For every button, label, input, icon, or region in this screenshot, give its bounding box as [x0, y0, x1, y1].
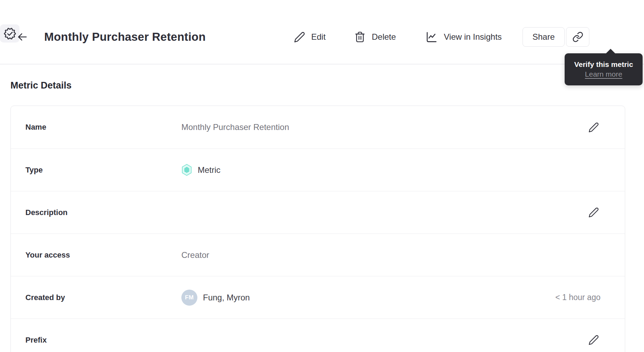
edit-description-button[interactable]: [587, 206, 600, 220]
share-button-label: Share: [532, 32, 555, 42]
line-chart-icon: [425, 31, 438, 44]
hexagon-metric-icon: [181, 164, 192, 176]
your-access-value: Creator: [181, 250, 209, 260]
edit-button[interactable]: Edit: [294, 24, 325, 49]
page-header: Monthly Purchaser Retention Edit Delete: [0, 24, 644, 49]
pencil-icon: [588, 335, 599, 345]
link-icon: [572, 31, 583, 43]
back-button[interactable]: [15, 30, 29, 44]
type-value: Metric: [198, 165, 220, 175]
section-title: Metric Details: [10, 80, 72, 91]
name-value: Monthly Purchaser Retention: [181, 122, 289, 132]
created-timestamp: < 1 hour ago: [555, 293, 600, 302]
trash-icon: [354, 31, 366, 43]
row-label: Type: [25, 166, 181, 175]
detail-row-prefix: Prefix: [11, 319, 625, 352]
detail-row-type: Type Metric: [11, 148, 625, 191]
tooltip-arrow: [606, 49, 615, 54]
edit-button-label: Edit: [311, 32, 325, 42]
row-label: Description: [25, 208, 181, 217]
share-button[interactable]: Share: [523, 27, 565, 47]
metric-details-card: Name Monthly Purchaser Retention Type: [10, 106, 625, 352]
detail-row-description: Description: [11, 191, 625, 234]
page-title: Monthly Purchaser Retention: [44, 24, 206, 49]
created-by-value: Fung, Myron: [203, 293, 250, 303]
row-label: Your access: [25, 251, 181, 260]
pencil-icon: [588, 122, 599, 133]
delete-button-label: Delete: [372, 32, 396, 42]
edit-prefix-button[interactable]: [587, 333, 600, 347]
row-label: Name: [25, 123, 181, 132]
row-label: Prefix: [25, 336, 181, 345]
avatar: FM: [181, 290, 197, 306]
learn-more-link[interactable]: Learn more: [585, 70, 622, 78]
delete-button[interactable]: Delete: [354, 24, 396, 49]
tooltip-title: Verify this metric: [574, 60, 633, 69]
pencil-icon: [588, 207, 599, 218]
detail-row-name: Name Monthly Purchaser Retention: [11, 106, 625, 148]
view-in-insights-label: View in Insights: [444, 32, 502, 42]
copy-link-button[interactable]: [566, 27, 589, 47]
verify-metric-tooltip: Verify this metric Learn more: [565, 53, 643, 85]
verified-badge-icon: [3, 27, 16, 40]
edit-name-button[interactable]: [587, 120, 600, 134]
detail-row-created-by: Created by FM Fung, Myron < 1 hour ago: [11, 276, 625, 319]
row-label: Created by: [25, 293, 181, 302]
pencil-icon: [294, 31, 305, 43]
header-divider: [0, 64, 644, 64]
arrow-left-icon: [16, 31, 28, 43]
view-in-insights-button[interactable]: View in Insights: [425, 24, 502, 49]
detail-row-your-access: Your access Creator: [11, 234, 625, 276]
